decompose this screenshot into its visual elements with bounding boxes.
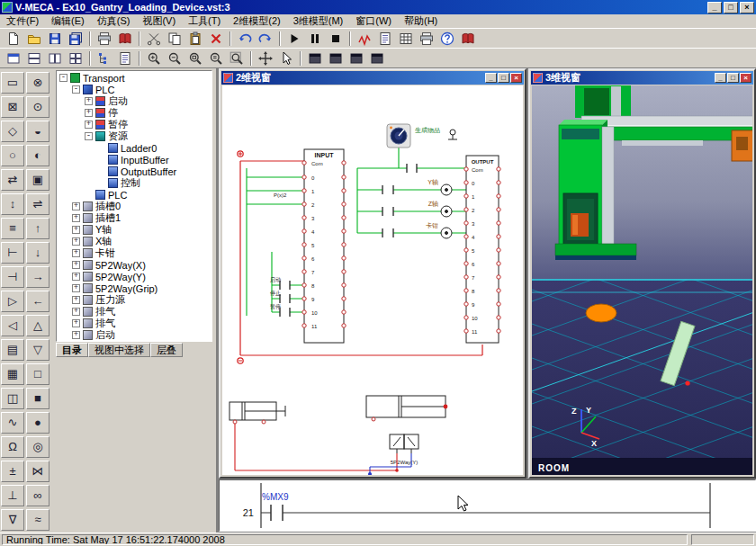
expand-icon[interactable]: +	[72, 296, 80, 304]
restore-button[interactable]: □	[724, 2, 738, 13]
ladder-editor-panel[interactable]: 21 %MX9	[219, 479, 756, 532]
tree-item[interactable]: +X轴	[57, 236, 212, 247]
valve-symbol[interactable]	[390, 434, 418, 453]
palette-tool-37[interactable]: ∞	[26, 485, 50, 506]
expand-icon[interactable]: +	[72, 273, 80, 281]
paste-icon[interactable]	[185, 30, 205, 48]
tree-item[interactable]: PLC	[57, 189, 212, 201]
trace-icon[interactable]	[355, 30, 374, 48]
notes-icon[interactable]	[375, 30, 395, 48]
palette-tool-10[interactable]: ▷	[1, 291, 24, 312]
redo-icon[interactable]	[256, 30, 275, 48]
palette-tool-13[interactable]: ▦	[1, 363, 24, 385]
tree-item[interactable]: +插槽1	[57, 212, 212, 224]
tree-item[interactable]: +排气	[57, 318, 212, 329]
palette-tool-20[interactable]: ⊗	[26, 72, 50, 94]
palette-tool-7[interactable]: ≡	[1, 218, 24, 239]
palette-tool-14[interactable]: ◫	[1, 388, 24, 409]
expand-icon[interactable]: +	[85, 109, 93, 117]
select-icon[interactable]	[276, 49, 296, 67]
tree-item[interactable]: +5P2Way(X)	[57, 259, 212, 271]
palette-tool-31[interactable]: ▽	[26, 339, 50, 361]
new-icon[interactable]	[4, 30, 23, 48]
zoom-window-icon[interactable]	[185, 49, 205, 67]
2d-restore-button[interactable]: □	[498, 73, 509, 83]
stop-icon[interactable]	[326, 30, 346, 48]
palette-tool-26[interactable]: ↑	[26, 218, 50, 239]
menu-item[interactable]: 帮助(H)	[398, 14, 444, 28]
palette-tool-15[interactable]: ∿	[1, 412, 24, 434]
palette-tool-3[interactable]: ◇	[1, 121, 24, 142]
tree-item[interactable]: +启动	[57, 95, 212, 107]
palette-tool-28[interactable]: →	[26, 266, 50, 288]
expand-icon[interactable]: +	[85, 121, 93, 129]
palette-tool-30[interactable]: △	[26, 315, 50, 336]
palette-tool-33[interactable]: ■	[26, 388, 50, 409]
project-tree-icon[interactable]	[94, 49, 114, 67]
tree-item[interactable]: +排气	[57, 306, 212, 318]
project-tree[interactable]: -Transport-PLC+启动+停+暂停-资源Ladder0InputBuf…	[56, 70, 212, 342]
3d-canvas[interactable]: Z Y X ROOM	[532, 85, 752, 475]
menu-item[interactable]: 仿真(S)	[91, 14, 137, 28]
tree-item[interactable]: +停	[57, 107, 212, 119]
3d-restore-button[interactable]: □	[727, 73, 739, 83]
tile-vertical-icon[interactable]	[45, 49, 65, 67]
tree-item[interactable]: +暂停	[57, 119, 212, 130]
palette-tool-18[interactable]: ⊥	[1, 485, 24, 506]
palette-tool-38[interactable]: ≈	[26, 509, 50, 531]
tree-item[interactable]: Ladder0	[57, 142, 212, 154]
tree-item[interactable]: +压力源	[57, 294, 212, 306]
zoom-fit-icon[interactable]	[227, 49, 247, 67]
tree-item[interactable]: +5P2Way(Y)	[57, 271, 212, 282]
tree-item[interactable]: +卡钳	[57, 247, 212, 259]
tree-item[interactable]: -Transport	[57, 72, 212, 84]
properties-icon[interactable]	[115, 49, 135, 67]
view-side-icon[interactable]	[326, 49, 346, 67]
palette-tool-24[interactable]: ▣	[26, 169, 50, 191]
minimize-button[interactable]: _	[707, 2, 722, 13]
workpiece-3d[interactable]	[586, 304, 616, 322]
copy-icon[interactable]	[165, 30, 184, 48]
view-front-icon[interactable]	[305, 49, 325, 67]
expand-icon[interactable]: +	[72, 331, 80, 339]
tree-item[interactable]: -PLC	[57, 84, 212, 95]
manual-icon[interactable]	[458, 30, 478, 48]
palette-tool-21[interactable]: ⊙	[26, 96, 50, 118]
help-icon[interactable]	[437, 30, 457, 48]
palette-tool-17[interactable]: ±	[1, 461, 24, 482]
palette-tool-9[interactable]: ⊣	[1, 266, 24, 288]
menu-item[interactable]: 编辑(E)	[45, 14, 91, 28]
3d-window-titlebar[interactable]: 3维视窗 _ □ ×	[531, 71, 753, 85]
3d-close-button[interactable]: ×	[740, 73, 752, 83]
save-all-icon[interactable]	[66, 30, 86, 48]
zoom-out-icon[interactable]	[165, 49, 184, 67]
tree-tab[interactable]: 视图中选择	[88, 343, 150, 357]
view-iso-icon[interactable]	[367, 49, 387, 67]
tree-item[interactable]: -资源	[57, 130, 212, 142]
menu-item[interactable]: 工具(T)	[182, 14, 227, 28]
view-top-icon[interactable]	[346, 49, 366, 67]
palette-tool-29[interactable]: ←	[26, 291, 50, 312]
expand-icon[interactable]: +	[72, 249, 80, 257]
palette-tool-23[interactable]: ◐	[26, 145, 50, 166]
palette-tool-2[interactable]: ⊠	[1, 96, 24, 118]
expand-icon[interactable]: -	[85, 132, 93, 140]
undo-icon[interactable]	[235, 30, 255, 48]
save-icon[interactable]	[45, 30, 65, 48]
tree-item[interactable]: +启动	[57, 329, 212, 341]
menu-item[interactable]: 3维模型(M)	[287, 14, 350, 28]
2d-close-button[interactable]: ×	[510, 73, 522, 83]
2d-canvas[interactable]: Com01234567891011 Com01234567891011 INPU…	[222, 85, 523, 475]
tile-horizontal-icon[interactable]	[24, 49, 44, 67]
expand-icon[interactable]: +	[72, 226, 80, 234]
tree-item[interactable]: +5P2Way(Grip)	[57, 282, 212, 294]
print-report-icon[interactable]	[417, 30, 436, 48]
palette-tool-4[interactable]: ○	[1, 145, 24, 166]
open-icon[interactable]	[24, 30, 44, 48]
palette-tool-32[interactable]: □	[26, 363, 50, 385]
menu-item[interactable]: 视图(V)	[136, 14, 182, 28]
palette-tool-8[interactable]: ⊢	[1, 242, 24, 264]
delete-icon[interactable]	[206, 30, 226, 48]
single-view-icon[interactable]	[4, 49, 23, 67]
run-icon[interactable]	[284, 30, 304, 48]
